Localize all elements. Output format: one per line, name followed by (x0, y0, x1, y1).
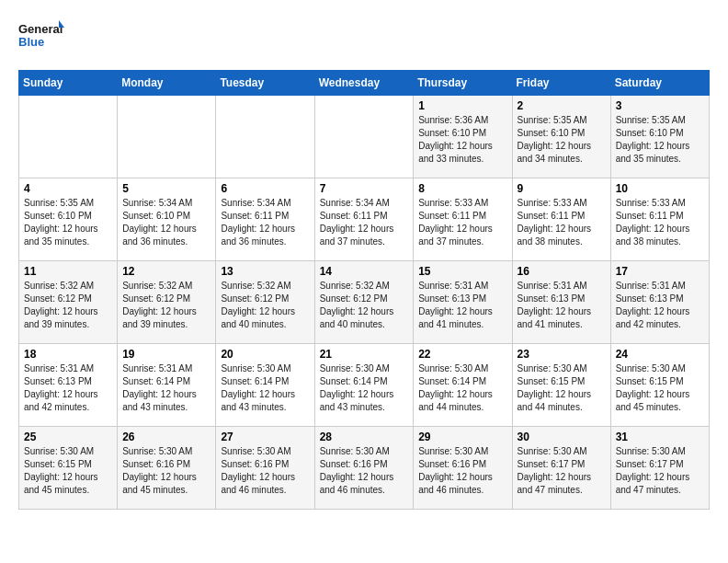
day-info: Sunrise: 5:33 AM Sunset: 6:11 PM Dayligh… (418, 197, 506, 248)
calendar-cell (216, 96, 314, 178)
calendar-cell: 5Sunrise: 5:34 AM Sunset: 6:10 PM Daylig… (118, 178, 216, 261)
day-info: Sunrise: 5:31 AM Sunset: 6:13 PM Dayligh… (616, 280, 704, 331)
calendar-cell: 2Sunrise: 5:35 AM Sunset: 6:10 PM Daylig… (512, 96, 610, 178)
day-number: 8 (418, 182, 506, 195)
day-info: Sunrise: 5:32 AM Sunset: 6:12 PM Dayligh… (320, 280, 409, 331)
day-number: 12 (122, 265, 210, 278)
day-number: 18 (24, 348, 112, 361)
calendar-day-header: Saturday (610, 71, 709, 96)
calendar-cell: 17Sunrise: 5:31 AM Sunset: 6:13 PM Dayli… (610, 261, 709, 344)
day-number: 7 (320, 182, 409, 195)
day-number: 10 (616, 182, 704, 195)
calendar-day-header: Tuesday (216, 71, 314, 96)
calendar-cell: 30Sunrise: 5:30 AM Sunset: 6:17 PM Dayli… (512, 427, 610, 510)
day-info: Sunrise: 5:34 AM Sunset: 6:11 PM Dayligh… (221, 197, 309, 248)
calendar-cell (314, 96, 414, 178)
calendar-day-header: Friday (512, 71, 610, 96)
calendar-cell (118, 96, 216, 178)
calendar-week-row: 25Sunrise: 5:30 AM Sunset: 6:15 PM Dayli… (19, 427, 710, 510)
day-info: Sunrise: 5:35 AM Sunset: 6:10 PM Dayligh… (616, 114, 704, 166)
day-info: Sunrise: 5:30 AM Sunset: 6:14 PM Dayligh… (320, 362, 409, 414)
day-info: Sunrise: 5:35 AM Sunset: 6:10 PM Dayligh… (24, 197, 112, 248)
calendar-week-row: 18Sunrise: 5:31 AM Sunset: 6:13 PM Dayli… (19, 344, 710, 427)
day-number: 20 (221, 348, 309, 361)
day-number: 15 (418, 265, 506, 278)
svg-text:General: General (18, 22, 63, 36)
day-info: Sunrise: 5:31 AM Sunset: 6:13 PM Dayligh… (24, 362, 112, 414)
day-number: 30 (518, 431, 606, 443)
calendar-cell: 18Sunrise: 5:31 AM Sunset: 6:13 PM Dayli… (19, 344, 118, 427)
calendar-day-header: Sunday (19, 71, 118, 96)
day-info: Sunrise: 5:30 AM Sunset: 6:14 PM Dayligh… (221, 362, 309, 414)
calendar-cell: 7Sunrise: 5:34 AM Sunset: 6:11 PM Daylig… (314, 178, 414, 261)
calendar-cell: 4Sunrise: 5:35 AM Sunset: 6:10 PM Daylig… (19, 178, 118, 261)
day-info: Sunrise: 5:30 AM Sunset: 6:15 PM Dayligh… (616, 362, 704, 414)
calendar-cell: 23Sunrise: 5:30 AM Sunset: 6:15 PM Dayli… (512, 344, 610, 427)
day-info: Sunrise: 5:30 AM Sunset: 6:16 PM Dayligh… (221, 445, 309, 497)
day-info: Sunrise: 5:30 AM Sunset: 6:16 PM Dayligh… (418, 445, 506, 497)
calendar-cell: 20Sunrise: 5:30 AM Sunset: 6:14 PM Dayli… (216, 344, 314, 427)
calendar-cell: 6Sunrise: 5:34 AM Sunset: 6:11 PM Daylig… (216, 178, 314, 261)
logo: General Blue (18, 18, 64, 55)
day-number: 21 (320, 348, 409, 361)
calendar-day-header: Thursday (414, 71, 512, 96)
day-number: 22 (418, 348, 506, 361)
day-number: 5 (122, 182, 210, 195)
calendar-cell: 27Sunrise: 5:30 AM Sunset: 6:16 PM Dayli… (216, 427, 314, 510)
calendar-week-row: 4Sunrise: 5:35 AM Sunset: 6:10 PM Daylig… (19, 178, 710, 261)
calendar-week-row: 1Sunrise: 5:36 AM Sunset: 6:10 PM Daylig… (19, 96, 710, 178)
calendar-cell: 10Sunrise: 5:33 AM Sunset: 6:11 PM Dayli… (610, 178, 709, 261)
day-info: Sunrise: 5:34 AM Sunset: 6:11 PM Dayligh… (320, 197, 409, 248)
calendar-day-header: Monday (118, 71, 216, 96)
calendar-cell: 9Sunrise: 5:33 AM Sunset: 6:11 PM Daylig… (512, 178, 610, 261)
day-info: Sunrise: 5:30 AM Sunset: 6:14 PM Dayligh… (418, 362, 506, 414)
calendar-cell: 11Sunrise: 5:32 AM Sunset: 6:12 PM Dayli… (19, 261, 118, 344)
calendar-cell: 24Sunrise: 5:30 AM Sunset: 6:15 PM Dayli… (610, 344, 709, 427)
day-number: 25 (24, 431, 112, 443)
day-number: 2 (518, 99, 606, 112)
day-info: Sunrise: 5:30 AM Sunset: 6:17 PM Dayligh… (518, 445, 606, 497)
day-info: Sunrise: 5:30 AM Sunset: 6:15 PM Dayligh… (24, 445, 112, 497)
day-number: 6 (221, 182, 309, 195)
day-info: Sunrise: 5:33 AM Sunset: 6:11 PM Dayligh… (518, 197, 606, 248)
day-info: Sunrise: 5:32 AM Sunset: 6:12 PM Dayligh… (24, 280, 112, 331)
calendar-cell: 8Sunrise: 5:33 AM Sunset: 6:11 PM Daylig… (414, 178, 512, 261)
day-number: 28 (320, 431, 409, 443)
day-info: Sunrise: 5:31 AM Sunset: 6:13 PM Dayligh… (518, 280, 606, 331)
day-number: 1 (418, 99, 506, 112)
day-number: 27 (221, 431, 309, 443)
day-number: 9 (518, 182, 606, 195)
day-number: 3 (616, 99, 704, 112)
calendar-cell: 31Sunrise: 5:30 AM Sunset: 6:17 PM Dayli… (610, 427, 709, 510)
calendar-cell: 21Sunrise: 5:30 AM Sunset: 6:14 PM Dayli… (314, 344, 414, 427)
calendar-cell: 1Sunrise: 5:36 AM Sunset: 6:10 PM Daylig… (414, 96, 512, 178)
day-info: Sunrise: 5:30 AM Sunset: 6:17 PM Dayligh… (616, 445, 704, 497)
calendar-cell: 13Sunrise: 5:32 AM Sunset: 6:12 PM Dayli… (216, 261, 314, 344)
calendar-cell: 15Sunrise: 5:31 AM Sunset: 6:13 PM Dayli… (414, 261, 512, 344)
day-info: Sunrise: 5:36 AM Sunset: 6:10 PM Dayligh… (418, 114, 506, 166)
svg-text:Blue: Blue (18, 35, 44, 49)
day-number: 16 (518, 265, 606, 278)
calendar-cell: 22Sunrise: 5:30 AM Sunset: 6:14 PM Dayli… (414, 344, 512, 427)
day-number: 4 (24, 182, 112, 195)
calendar-cell: 29Sunrise: 5:30 AM Sunset: 6:16 PM Dayli… (414, 427, 512, 510)
day-info: Sunrise: 5:31 AM Sunset: 6:13 PM Dayligh… (418, 280, 506, 331)
calendar-cell: 19Sunrise: 5:31 AM Sunset: 6:14 PM Dayli… (118, 344, 216, 427)
calendar-cell: 14Sunrise: 5:32 AM Sunset: 6:12 PM Dayli… (314, 261, 414, 344)
logo-svg: General Blue (18, 18, 64, 55)
day-number: 24 (616, 348, 704, 361)
day-info: Sunrise: 5:33 AM Sunset: 6:11 PM Dayligh… (616, 197, 704, 248)
day-info: Sunrise: 5:30 AM Sunset: 6:15 PM Dayligh… (518, 362, 606, 414)
day-number: 19 (122, 348, 210, 361)
calendar-header-row: SundayMondayTuesdayWednesdayThursdayFrid… (19, 71, 710, 96)
day-number: 11 (24, 265, 112, 278)
day-number: 14 (320, 265, 409, 278)
day-info: Sunrise: 5:35 AM Sunset: 6:10 PM Dayligh… (518, 114, 606, 166)
calendar-cell: 16Sunrise: 5:31 AM Sunset: 6:13 PM Dayli… (512, 261, 610, 344)
day-info: Sunrise: 5:30 AM Sunset: 6:16 PM Dayligh… (320, 445, 409, 497)
day-number: 29 (418, 431, 506, 443)
day-number: 23 (518, 348, 606, 361)
day-info: Sunrise: 5:34 AM Sunset: 6:10 PM Dayligh… (122, 197, 210, 248)
day-number: 13 (221, 265, 309, 278)
calendar-table: SundayMondayTuesdayWednesdayThursdayFrid… (18, 70, 710, 510)
